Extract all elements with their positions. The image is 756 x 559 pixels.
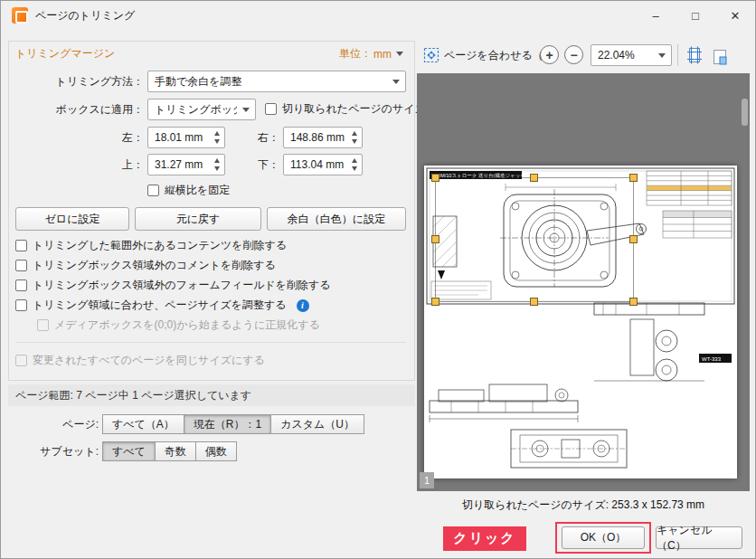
page-label: ページ: — [15, 414, 99, 434]
remove-comments-checkbox[interactable]: トリミングボックス領域外のコメントを削除する — [15, 258, 276, 273]
chevron-down-icon — [658, 53, 666, 58]
trim-method-select[interactable]: 手動で余白を調整 — [147, 71, 406, 92]
margin-right-value: 148.86 mm — [290, 131, 345, 144]
window-controls: – □ ✕ — [636, 1, 755, 30]
stepper-arrows-icon[interactable] — [214, 158, 220, 171]
subset-even[interactable]: 偶数 — [195, 441, 237, 461]
crop-handle-top-center[interactable] — [530, 174, 538, 182]
unit-dropdown[interactable]: 単位： mm — [339, 46, 403, 62]
checkbox-label: トリミングボックス領域外のコメントを削除する — [33, 258, 276, 273]
cancel-button[interactable]: キャンセル（C） — [656, 526, 742, 549]
stepper-arrows-icon[interactable] — [352, 158, 357, 171]
checkbox-label: 切り取られたページのサイズ — [282, 101, 426, 117]
checkbox-icon — [15, 260, 27, 271]
zoom-out-button[interactable]: − — [564, 45, 583, 64]
cropped-size-status: 切り取られたページのサイズ: 253.3 x 152.73 mm — [417, 497, 750, 513]
stepper-arrows-icon[interactable] — [352, 131, 357, 144]
crop-region-overlay[interactable] — [435, 177, 634, 302]
crop-handle-middle-left[interactable] — [431, 235, 439, 243]
crop-pages-dialog: ページのトリミング – □ ✕ トリミングマージン 単位： mm トリミング方法… — [0, 0, 756, 559]
adjust-page-size-checkbox[interactable]: トリミング領域に合わせ、ページサイズを調整する i — [15, 298, 309, 313]
minus-icon: − — [570, 49, 577, 62]
crop-page-icon — [685, 45, 704, 65]
checkbox-label: トリミングボックス領域外のフォームフィールドを削除する — [33, 278, 331, 293]
margin-top-value: 31.27 mm — [155, 158, 203, 171]
checkbox-label: メディアボックスを(0;0)から始まるように正規化する — [54, 317, 320, 333]
checkbox-label: トリミングした範囲外にあるコンテンツを削除する — [33, 238, 287, 253]
page-scope-current[interactable]: 現在（R）：1 — [184, 414, 271, 434]
trim-margins-group-title: トリミングマージン — [15, 46, 115, 62]
app-icon — [12, 7, 28, 24]
margin-left-value: 18.01 mm — [155, 131, 203, 144]
crop-preview-button[interactable] — [708, 45, 732, 69]
crop-handle-top-left[interactable] — [431, 174, 439, 182]
trim-method-value: 手動で余白を調整 — [155, 74, 242, 90]
margin-top-label: 上： — [15, 154, 144, 175]
checkbox-icon — [15, 240, 27, 251]
margin-left-stepper[interactable]: 18.01 mm — [147, 127, 225, 148]
crop-handle-top-right[interactable] — [629, 174, 638, 182]
lock-aspect-checkbox[interactable]: 縦横比を固定 — [147, 183, 230, 198]
subset-label: サブセット: — [15, 441, 99, 461]
maximize-icon: □ — [692, 9, 699, 23]
crop-handle-bottom-right[interactable] — [629, 298, 638, 306]
unit-value: mm — [373, 48, 392, 61]
apply-to-select[interactable]: トリミングボック — [147, 99, 256, 120]
chevron-down-icon — [242, 108, 250, 112]
checkbox-label: 縦横比を固定 — [165, 183, 230, 198]
page-scope-segment: すべて（A） 現在（R）：1 カスタム（U） — [102, 414, 364, 434]
zoom-level-select[interactable]: 22.04% — [591, 44, 672, 66]
normalize-mediabox-checkbox: メディアボックスを(0;0)から始まるように正規化する — [37, 317, 320, 333]
subset-all[interactable]: すべて — [102, 441, 156, 461]
drawing-tag-text: WT-333 — [702, 356, 722, 362]
crop-tool-button[interactable] — [683, 43, 706, 67]
set-white-margins-button[interactable]: 余白（白色）に設定 — [267, 207, 406, 231]
margin-left-label: 左： — [15, 127, 144, 148]
close-icon: ✕ — [731, 9, 741, 23]
subset-segment: すべて 奇数 偶数 — [102, 441, 237, 461]
maximize-button[interactable]: □ — [676, 1, 715, 30]
checkbox-icon — [147, 185, 159, 196]
same-size-all-pages-checkbox: 変更されたすべてのページを同じサイズにする — [15, 353, 265, 368]
remove-content-checkbox[interactable]: トリミングした範囲外にあるコンテンツを削除する — [15, 238, 287, 253]
show-cropped-size-checkbox[interactable]: 切り取られたページのサイズ — [265, 101, 426, 117]
margin-right-label: 右： — [229, 127, 279, 148]
page-range-header-text: ページ範囲: 7 ページ中 1 ページ選択しています — [15, 388, 251, 403]
close-button[interactable]: ✕ — [715, 1, 755, 30]
page-scope-custom[interactable]: カスタム（U） — [270, 414, 364, 434]
crop-handle-bottom-center[interactable] — [530, 298, 538, 306]
revert-button[interactable]: 元に戻す — [135, 207, 261, 231]
checkbox-icon — [37, 319, 49, 331]
info-icon[interactable]: i — [297, 299, 309, 312]
page-scope-all[interactable]: すべて（A） — [102, 414, 184, 434]
checkbox-label: トリミング領域に合わせ、ページサイズを調整する — [33, 298, 287, 313]
remove-form-fields-checkbox[interactable]: トリミングボックス領域外のフォームフィールドを削除する — [15, 278, 331, 293]
page-corner-icon — [710, 47, 730, 67]
preview-scrollbar-thumb[interactable] — [742, 99, 748, 126]
divider — [15, 342, 406, 343]
title-bar: ページのトリミング – □ ✕ — [1, 1, 755, 30]
chevron-down-icon — [392, 80, 400, 84]
margin-bottom-stepper[interactable]: 113.04 mm — [283, 154, 363, 175]
apply-to-label: ボックスに適用： — [15, 99, 144, 120]
zoom-level-value: 22.04% — [598, 49, 635, 62]
checkbox-icon — [15, 299, 27, 311]
minimize-button[interactable]: – — [636, 1, 676, 30]
trim-method-label: トリミング方法： — [15, 71, 144, 92]
dialog-title: ページのトリミング — [35, 8, 135, 24]
crop-handle-bottom-left[interactable] — [431, 298, 439, 306]
subset-odd[interactable]: 奇数 — [155, 441, 196, 461]
crop-handle-middle-right[interactable] — [629, 235, 638, 243]
chevron-down-icon — [396, 52, 403, 56]
toolbar-divider — [677, 44, 678, 66]
ok-button[interactable]: OK（O） — [562, 526, 645, 549]
unit-label: 単位： — [339, 46, 372, 62]
set-zero-button[interactable]: ゼロに設定 — [15, 207, 129, 231]
checkbox-icon — [265, 103, 277, 115]
margin-top-stepper[interactable]: 31.27 mm — [147, 154, 225, 175]
page-number-badge[interactable]: 1 — [420, 472, 434, 488]
stepper-arrows-icon[interactable] — [214, 131, 220, 144]
zoom-in-button[interactable]: + — [540, 45, 559, 64]
margin-right-stepper[interactable]: 148.86 mm — [283, 127, 363, 148]
checkbox-icon — [15, 280, 27, 291]
